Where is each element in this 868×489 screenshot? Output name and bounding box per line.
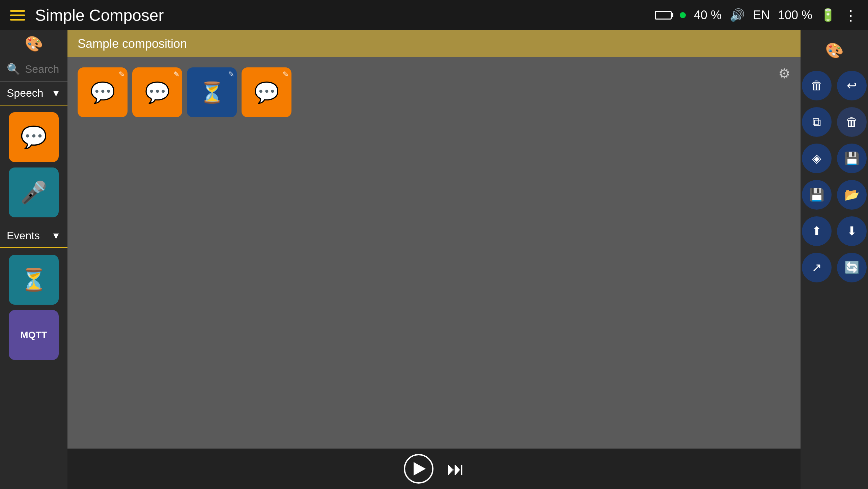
navigate-button[interactable]: ↗ [802,253,832,282]
play-button[interactable] [404,454,433,484]
language-label: EN [753,8,770,22]
sidebar-item-speech-bubble[interactable]: 💬 [9,112,59,162]
sidebar-item-microphone[interactable]: 🎤 [9,167,59,217]
settings-button[interactable]: ⚙ [775,64,794,83]
comp-tile-2[interactable]: ✎ 💬 [132,67,182,117]
timer-icon: ⏳ [20,267,47,293]
topbar: Simple Composer 40 % 🔊 EN 100 % 🔋 ⋮ [0,0,868,30]
skip-button[interactable] [447,459,465,479]
battery-icon [655,11,672,20]
export-button[interactable]: ⬇ [837,216,867,246]
right-palette[interactable]: 🎨 [801,37,868,64]
hamburger-menu-icon[interactable] [10,10,25,21]
toolbar-row-1: 🗑 ↩ [802,71,867,100]
toolbar-row-6: ↗ 🔄 [802,253,867,282]
comp-speech-icon-2: 💬 [145,81,170,104]
edit-icon-1: ✎ [119,70,125,79]
workspace: Sample composition ⚙ ✎ 💬 ✎ 💬 ✎ ⏳ ✎ [67,30,801,489]
mqtt-label: MQTT [20,330,47,340]
speech-bubble-icon: 💬 [20,125,47,150]
edit-icon-2: ✎ [173,70,179,79]
more-options-icon[interactable]: ⋮ [844,7,858,24]
comp-tile-4[interactable]: ✎ 💬 [242,67,291,117]
palette-icon: 🎨 [25,35,43,53]
speech-section: Speech ▼ 💬 🎤 [0,82,67,224]
edit-icon-4: ✎ [283,70,289,79]
topbar-left: Simple Composer [10,6,164,25]
main-content: 🎨 🔍 Speech ▼ 💬 🎤 Events [0,30,868,489]
comp-speech-icon-1: 💬 [90,81,115,104]
trash-light-button[interactable]: 🗑 [837,107,867,137]
composition-items: ✎ 💬 ✎ 💬 ✎ ⏳ ✎ 💬 [74,64,794,121]
folder-button[interactable]: 📂 [837,180,867,210]
battery-full-icon: 🔋 [820,8,836,22]
eraser-button[interactable]: ◈ [802,144,832,173]
right-toolbar: 🎨 🗑 ↩ ⧉ 🗑 ◈ 💾 💾 📂 ⬆ ⬇ ↗ 🔄 [801,30,868,489]
toolbar-row-3: ◈ 💾 [802,144,867,173]
save-file-button[interactable]: 💾 [837,144,867,173]
search-input[interactable] [25,63,61,75]
search-icon: 🔍 [7,63,20,75]
events-chevron-icon: ▼ [51,231,61,241]
microphone-icon: 🎤 [20,180,47,205]
upload-button[interactable]: ⬆ [802,216,832,246]
events-section: Events ▼ ⏳ MQTT [0,224,67,367]
speech-chevron-icon: ▼ [51,88,61,99]
comp-tile-1[interactable]: ✎ 💬 [78,67,128,117]
events-items: ⏳ MQTT [0,248,67,367]
speech-section-header[interactable]: Speech ▼ [0,82,67,105]
events-section-title: Events [7,230,40,242]
sidebar-item-timer[interactable]: ⏳ [9,255,59,305]
app-title: Simple Composer [35,6,164,25]
composition-canvas: ⚙ ✎ 💬 ✎ 💬 ✎ ⏳ ✎ 💬 [67,57,801,449]
topbar-right: 40 % 🔊 EN 100 % 🔋 ⋮ [655,7,858,24]
left-sidebar: 🎨 🔍 Speech ▼ 💬 🎤 Events [0,30,67,489]
wifi-status-icon [680,12,686,18]
battery-percent: 40 % [694,8,722,22]
composition-title: Sample composition [78,37,187,51]
comp-timer-icon: ⏳ [199,81,225,104]
events-section-header[interactable]: Events ▼ [0,224,67,248]
volume-icon: 🔊 [730,8,745,22]
toolbar-row-2: ⧉ 🗑 [802,107,867,137]
toolbar-row-4: 💾 📂 [802,180,867,210]
sidebar-palette[interactable]: 🎨 [0,30,67,57]
zoom-level: 100 % [778,8,812,22]
sidebar-item-mqtt[interactable]: MQTT [9,310,59,360]
toolbar-row-5: ⬆ ⬇ [802,216,867,246]
copy-button[interactable]: ⧉ [802,107,832,137]
right-palette-icon: 🎨 [825,42,844,59]
composition-header: Sample composition [67,30,801,57]
play-triangle-icon [414,462,426,476]
skip-forward-icon [447,459,465,479]
playback-bar [67,449,801,489]
sidebar-search-bar: 🔍 [0,57,67,82]
speech-section-title: Speech [7,87,44,99]
comp-speech-icon-3: 💬 [254,81,279,104]
speech-items: 💬 🎤 [0,105,67,224]
undo-button[interactable]: ↩ [837,71,867,100]
comp-tile-3[interactable]: ✎ ⏳ [187,67,237,117]
refresh-button[interactable]: 🔄 [837,253,867,282]
delete-button[interactable]: 🗑 [802,71,832,100]
save-alt-button[interactable]: 💾 [802,180,832,210]
edit-icon-3: ✎ [228,70,234,79]
